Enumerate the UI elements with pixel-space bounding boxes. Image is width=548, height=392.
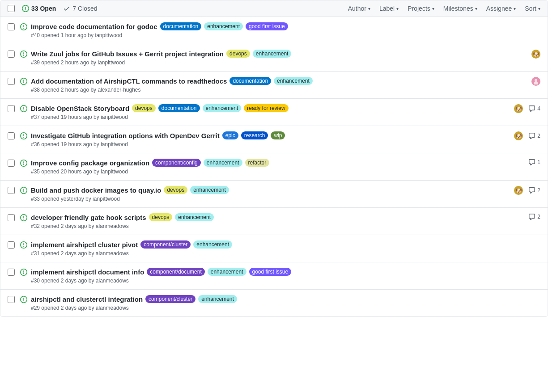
issue-author[interactable]: alanmeadows xyxy=(96,278,129,284)
issue-label[interactable]: documentation xyxy=(158,104,200,112)
issue-label[interactable]: enhancement xyxy=(208,268,246,276)
comment-count[interactable]: 1 xyxy=(528,159,540,166)
issue-checkbox[interactable] xyxy=(8,51,15,58)
issue-label[interactable]: devops xyxy=(164,186,187,194)
issue-right: 1 xyxy=(528,159,540,166)
table-row: Write Zuul jobs for GitHub Issues + Gerr… xyxy=(0,44,548,72)
issue-title[interactable]: Improve code documentation for godoc xyxy=(31,23,157,30)
sort-filter[interactable]: Sort ▾ xyxy=(525,5,540,12)
issue-title[interactable]: developer friendly gate hook scripts xyxy=(31,214,146,221)
issue-title[interactable]: Improve config package organization xyxy=(31,159,149,167)
issue-label[interactable]: component/document xyxy=(147,268,204,276)
issue-title[interactable]: Disable OpenStack Storyboard xyxy=(31,105,129,112)
issue-label[interactable]: enhancement xyxy=(204,159,242,167)
issue-label[interactable]: enhancement xyxy=(203,104,242,112)
issue-label[interactable]: devops xyxy=(149,213,173,221)
issue-title[interactable]: airshipctl and clusterctl integration xyxy=(31,295,143,303)
issue-meta: #39 opened 2 hours ago by ianpittwood xyxy=(31,59,526,66)
issue-checkbox[interactable] xyxy=(8,187,15,194)
issue-checkbox[interactable] xyxy=(8,160,15,167)
comment-icon xyxy=(528,213,535,220)
issue-label[interactable]: ready for review xyxy=(244,104,288,112)
comment-count[interactable]: 2 xyxy=(528,132,540,139)
issue-title[interactable]: Write Zuul jobs for GitHub Issues + Gerr… xyxy=(31,50,224,58)
issue-author[interactable]: alexander-hughes xyxy=(98,87,140,93)
issue-checkbox[interactable] xyxy=(8,132,15,139)
open-count[interactable]: 33 Open xyxy=(22,5,56,12)
issue-checkbox[interactable] xyxy=(8,105,15,112)
issue-label[interactable]: wip xyxy=(271,131,285,139)
issue-author[interactable]: ianpittwood xyxy=(98,59,125,66)
issue-label[interactable]: enhancement xyxy=(204,22,243,30)
issue-author[interactable]: ianpittwood xyxy=(95,32,122,38)
issue-label[interactable]: enhancement xyxy=(190,186,229,194)
issue-meta: #35 opened 20 hours ago by ianpittwood xyxy=(31,169,523,175)
issue-title-row: implement airshipctl cluster pivotcompon… xyxy=(31,240,535,249)
issue-label[interactable]: devops xyxy=(226,50,250,58)
issue-meta: #31 opened 2 days ago by alanmeadows xyxy=(31,250,535,257)
issue-checkbox[interactable] xyxy=(8,78,15,85)
avatar: 🐶 xyxy=(514,131,523,140)
comment-count[interactable]: 4 xyxy=(528,105,540,112)
header-right: Author ▾ Label ▾ Projects ▾ Milestones ▾… xyxy=(348,5,540,12)
issue-author[interactable]: ianpittwood xyxy=(101,114,128,120)
issue-label[interactable]: documentation xyxy=(160,22,202,30)
comment-count[interactable]: 2 xyxy=(528,187,540,194)
issue-content: Write Zuul jobs for GitHub Issues + Gerr… xyxy=(31,50,526,66)
avatar: 🐶 xyxy=(514,104,523,113)
issue-author[interactable]: ianpittwood xyxy=(93,196,120,202)
issue-author[interactable]: ianpittwood xyxy=(101,169,128,175)
label-filter[interactable]: Label ▾ xyxy=(379,5,399,12)
issue-title[interactable]: Build and push docker images to quay.io xyxy=(31,186,161,194)
issue-label[interactable]: enhancement xyxy=(274,77,313,85)
issue-label[interactable]: enhancement xyxy=(193,240,232,249)
issue-label[interactable]: component/config xyxy=(152,159,201,167)
issue-open-icon xyxy=(20,51,27,59)
issue-label[interactable]: enhancement xyxy=(198,295,237,303)
issue-open-icon xyxy=(20,269,27,277)
issue-checkbox[interactable] xyxy=(8,269,15,276)
issue-checkbox[interactable] xyxy=(8,296,15,303)
issue-meta: #32 opened 2 days ago by alanmeadows xyxy=(31,223,523,229)
label-label: Label xyxy=(379,5,395,12)
issue-checkbox[interactable] xyxy=(8,214,15,221)
issue-title[interactable]: Add documentation of AirshipCTL commands… xyxy=(31,77,227,85)
issue-author[interactable]: alanmeadows xyxy=(96,223,129,229)
issue-label[interactable]: research xyxy=(241,131,268,139)
issues-list: Improve code documentation for godocdocu… xyxy=(0,17,548,316)
svg-text:🐶: 🐶 xyxy=(515,187,522,194)
issue-author[interactable]: alanmeadows xyxy=(96,305,129,311)
comment-count[interactable]: 2 xyxy=(528,213,540,220)
issue-label[interactable]: documentation xyxy=(229,77,271,85)
issue-label[interactable]: good first issue xyxy=(246,22,288,30)
issue-title-row: implement airshipctl document infocompon… xyxy=(31,268,535,276)
select-all-checkbox[interactable] xyxy=(8,5,15,12)
issue-title[interactable]: implement airshipctl cluster pivot xyxy=(31,241,138,249)
issue-open-icon xyxy=(20,132,27,141)
issue-title[interactable]: implement airshipctl document info xyxy=(31,268,144,276)
issue-checkbox[interactable] xyxy=(8,241,15,249)
closed-count[interactable]: 7 Closed xyxy=(63,5,97,12)
issue-label[interactable]: devops xyxy=(132,104,156,112)
issue-label[interactable]: component/cluster xyxy=(140,240,191,249)
issue-open-icon xyxy=(20,160,27,168)
issue-author[interactable]: alanmeadows xyxy=(96,250,129,257)
issue-label[interactable]: component/cluster xyxy=(145,295,195,303)
issue-label[interactable]: epic xyxy=(222,131,238,139)
table-row: Improve code documentation for godocdocu… xyxy=(0,17,548,44)
issue-author[interactable]: ianpittwood xyxy=(101,141,128,148)
issue-content: implement airshipctl document infocompon… xyxy=(31,268,535,284)
issue-label[interactable]: enhancement xyxy=(253,50,292,58)
issue-label[interactable]: enhancement xyxy=(175,213,214,221)
sort-label: Sort xyxy=(525,5,536,12)
projects-filter[interactable]: Projects ▾ xyxy=(408,5,434,12)
comment-icon xyxy=(528,159,535,166)
milestones-filter[interactable]: Milestones ▾ xyxy=(443,5,477,12)
issue-checkbox[interactable] xyxy=(8,23,15,30)
issue-title[interactable]: Investigate GitHub integration options w… xyxy=(31,132,220,139)
closed-count-label: 7 Closed xyxy=(72,5,97,12)
author-filter[interactable]: Author ▾ xyxy=(348,5,370,12)
assignee-filter[interactable]: Assignee ▾ xyxy=(486,5,516,12)
issue-label[interactable]: good first issue xyxy=(249,268,292,276)
issue-label[interactable]: refactor xyxy=(245,159,270,167)
